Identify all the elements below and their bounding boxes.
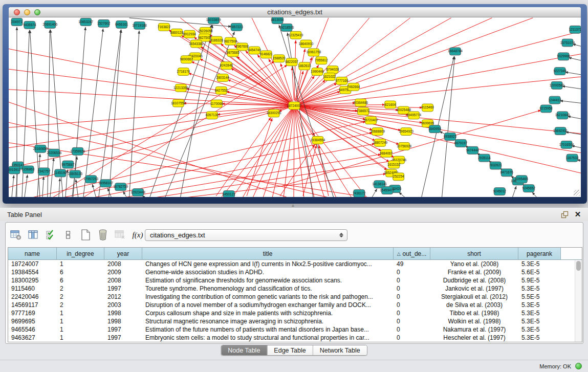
table-cell[interactable]: 1998 (104, 309, 142, 317)
table-cell[interactable]: 2003 (104, 301, 142, 309)
graph-node-teal[interactable]: 12923448 (130, 189, 145, 196)
graph-node-teal[interactable]: 9975887 (61, 161, 75, 168)
graph-node-yellow[interactable]: 16961758 (307, 49, 321, 56)
table-cell[interactable]: 0 (394, 325, 430, 334)
table-cell[interactable]: Yano et al. (2008) (430, 260, 518, 268)
graph-node-yellow[interactable]: 20364486 (353, 99, 368, 106)
table-cell[interactable]: 14569117 (8, 301, 57, 309)
graph-node-yellow[interactable]: 19654923 (399, 128, 413, 136)
graph-node-teal[interactable]: 17016504 (559, 141, 574, 148)
graph-node-yellow[interactable]: 9242848 (220, 62, 233, 70)
graph-node-teal[interactable]: 1156863 (22, 166, 35, 173)
table-cell[interactable]: 0 (394, 334, 430, 342)
graph-node-yellow[interactable]: 252254 (393, 173, 404, 181)
column-header-out_de[interactable]: △out_de... (394, 248, 430, 260)
graph-node-yellow[interactable]: 10756928 (397, 142, 411, 150)
tab-network-table[interactable]: Network Table (313, 345, 367, 355)
citation-network-graph[interactable]: 1872400771638228860128891293425226058982… (9, 17, 581, 197)
table-cell[interactable]: Investigating the contribution of common… (142, 293, 394, 301)
graph-node-teal[interactable]: 8450121 (223, 191, 236, 197)
graph-node-teal[interactable]: 2342757 (37, 168, 51, 176)
table-cell[interactable]: 9699695 (8, 317, 57, 325)
graph-node-teal[interactable]: 204971 (11, 18, 23, 26)
graph-node-yellow[interactable]: 7955812 (315, 57, 328, 64)
graph-node-yellow[interactable]: 16543382 (189, 40, 204, 48)
table-cell[interactable]: 2008 (104, 260, 142, 268)
scrollbar-thumb[interactable] (576, 261, 581, 271)
graph-node-yellow[interactable]: 8454749 (248, 47, 262, 54)
graph-node-teal[interactable]: 8471676 (500, 169, 514, 177)
table-cell[interactable]: Disruption of a novel member of a sodium… (142, 301, 394, 309)
graph-node-yellow[interactable]: 12325419 (289, 31, 303, 39)
table-cell[interactable]: 5.3E-5 (518, 317, 561, 325)
graph-node-teal[interactable]: 8938923 (444, 133, 457, 141)
graph-node-teal[interactable]: 9227349 (553, 68, 567, 75)
graph-node-teal[interactable]: 1211372 (569, 26, 581, 33)
table-cell[interactable]: Structural magnetic resonance image aver… (142, 317, 394, 325)
graph-node-teal[interactable]: 15459477 (380, 187, 395, 194)
node-table[interactable]: namein_degreeyeartitle△out_de...shortpag… (8, 247, 582, 342)
table-row[interactable]: 969969511998Structural magnetic resonanc… (8, 317, 582, 325)
column-header-short[interactable]: short (430, 248, 518, 260)
table-row[interactable]: 2242004622012Investigating the contribut… (8, 293, 582, 301)
graph-node-teal[interactable]: 1095465 (515, 176, 529, 183)
graph-node-teal[interactable]: 1167533 (566, 154, 579, 162)
table-cell[interactable]: 2009 (104, 268, 142, 276)
graph-node-yellow[interactable]: 7386572 (357, 107, 370, 115)
graph-node-yellow[interactable]: 9875685 (227, 49, 240, 57)
table-cell[interactable]: de Silva et al. (2003) (430, 301, 518, 309)
tab-edge-table[interactable]: Edge Table (267, 345, 312, 355)
graph-node-yellow[interactable]: 1170066 (210, 100, 223, 107)
table-cell[interactable]: Genome-wide association studies in ADHD. (142, 268, 394, 276)
graph-node-teal[interactable]: 15751074 (560, 39, 575, 47)
graph-node-yellow[interactable]: 12213359 (173, 84, 188, 92)
table-cell[interactable]: 0 (394, 301, 430, 309)
table-cell[interactable]: 18724007 (8, 260, 57, 268)
select-all-button[interactable] (43, 228, 58, 242)
table-cell[interactable]: 5.3E-5 (518, 285, 561, 293)
table-cell[interactable]: 0 (394, 293, 430, 301)
graph-node-yellow[interactable]: 9146821 (259, 51, 273, 58)
table-cell[interactable]: Estimation of significance thresholds fo… (142, 276, 394, 285)
graph-node-teal[interactable]: 15692931 (553, 127, 568, 135)
graph-node-yellow[interactable]: 18724007 (287, 102, 302, 110)
table-cell[interactable]: Stergiakouli et al. (2012) (430, 293, 518, 301)
column-header-title[interactable]: title (142, 248, 394, 260)
table-cell[interactable]: 6 (57, 268, 104, 276)
splitter-collapse-arrow[interactable]: ▲ (291, 203, 295, 208)
graph-node-teal[interactable]: 20691406 (42, 20, 57, 28)
clear-selection-button[interactable] (61, 228, 75, 242)
table-cell[interactable]: 1997 (104, 334, 142, 342)
tab-node-table[interactable]: Node Table (221, 345, 267, 355)
table-cell[interactable]: Jankovic et al. (1997) (430, 285, 518, 293)
column-header-name[interactable]: name (8, 248, 57, 260)
table-cell[interactable]: 5.3E-5 (518, 334, 561, 342)
graph-node-yellow[interactable]: 7462664 (347, 83, 360, 91)
network-canvas[interactable]: 1872400771638228860128891293425226058982… (9, 17, 581, 197)
table-cell[interactable]: 1997 (104, 325, 142, 334)
table-cell[interactable]: 2 (57, 301, 104, 309)
table-cell[interactable]: Tibbo et al. (1998) (430, 309, 518, 317)
graph-node-yellow[interactable]: 1990448 (311, 68, 324, 76)
graph-node-teal[interactable]: 10719188 (132, 21, 147, 29)
graph-node-yellow[interactable]: 16720407 (363, 117, 378, 124)
table-cell[interactable]: Franke et al. (2009) (430, 268, 518, 276)
graph-node-teal[interactable]: 7436172 (353, 190, 366, 197)
table-cell[interactable]: 0 (394, 285, 430, 293)
graph-node-teal[interactable]: 8215958 (540, 105, 553, 113)
graph-node-yellow[interactable]: 2803144 (216, 74, 230, 82)
resize-grip[interactable] (574, 190, 580, 196)
table-cell[interactable]: 2008 (104, 276, 142, 285)
table-row[interactable]: 977716911998Corpus callosum shape and si… (8, 309, 582, 317)
minimize-window-button[interactable] (24, 9, 30, 15)
graph-node-teal[interactable]: 16958107 (98, 180, 113, 187)
function-builder-button[interactable]: f(x) (130, 228, 145, 242)
graph-node-teal[interactable]: 20206536 (47, 149, 61, 157)
graph-node-teal[interactable]: 16782759 (113, 183, 128, 191)
table-cell[interactable]: Dudbridge et al. (2008) (430, 276, 518, 285)
column-header-pagerank[interactable]: pagerank (518, 248, 561, 260)
graph-node-teal[interactable]: 7832621 (489, 162, 503, 169)
graph-node-teal[interactable]: 1527602 (97, 19, 111, 27)
table-cell[interactable]: 9465546 (8, 325, 57, 334)
graph-node-teal[interactable]: 12093582 (550, 81, 564, 89)
